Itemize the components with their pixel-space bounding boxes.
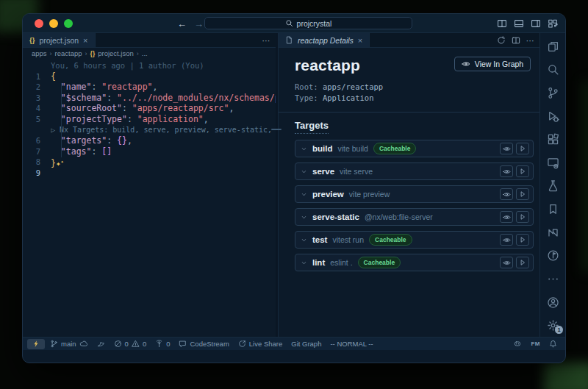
command-center-search[interactable]: projcrystal bbox=[204, 17, 412, 29]
minimize-window-button[interactable] bbox=[49, 19, 58, 28]
activity-remote-explorer[interactable] bbox=[544, 156, 562, 170]
liveshare-status[interactable]: Live Share bbox=[234, 339, 286, 349]
zoom-window-button[interactable] bbox=[64, 19, 73, 28]
activity-bookmarks[interactable] bbox=[544, 202, 562, 216]
breadcrumb-item[interactable]: ... bbox=[142, 49, 148, 57]
target-row-lint[interactable]: linteslint .Cacheable bbox=[295, 254, 534, 271]
chevron-down-icon[interactable] bbox=[301, 237, 307, 243]
fm-status[interactable]: FM bbox=[527, 339, 544, 349]
view-target-button[interactable] bbox=[500, 143, 513, 154]
view-target-button[interactable] bbox=[500, 165, 513, 177]
line-number: 9 bbox=[23, 168, 51, 179]
tab-label: reactapp Details bbox=[298, 36, 354, 45]
editor-group-left: {} project.json × ⋯ apps › reactapp › {}… bbox=[23, 33, 276, 337]
target-row-serve-static[interactable]: serve-static@nx/web:file-server bbox=[295, 208, 534, 226]
tab-project-json[interactable]: {} project.json × bbox=[23, 33, 96, 47]
lens-text[interactable]: ▷ Nx Targets: build, serve, preview, ser… bbox=[51, 125, 276, 136]
target-command: eslint . bbox=[330, 258, 352, 267]
remote-indicator[interactable] bbox=[27, 339, 45, 349]
chevron-down-icon[interactable] bbox=[301, 260, 307, 266]
codestream-status[interactable]: CodeStream bbox=[175, 339, 232, 349]
target-row-build[interactable]: buildvite buildCacheable bbox=[295, 140, 534, 157]
activity-account[interactable] bbox=[544, 296, 562, 310]
notifications-status[interactable] bbox=[545, 339, 561, 349]
activity-source-control[interactable] bbox=[544, 86, 562, 100]
line-number bbox=[23, 125, 51, 136]
target-command: @nx/web:file-server bbox=[365, 213, 433, 221]
code-text: "tags": [] bbox=[51, 146, 276, 157]
editor-sash[interactable] bbox=[276, 33, 278, 337]
code-text: "targets": {}, bbox=[51, 135, 276, 146]
close-tab-icon[interactable]: × bbox=[83, 36, 87, 45]
view-target-button[interactable] bbox=[500, 257, 513, 268]
activity-extensions[interactable] bbox=[544, 132, 562, 146]
activity-more[interactable] bbox=[544, 272, 562, 286]
play-icon bbox=[519, 213, 526, 221]
play-icon bbox=[519, 145, 526, 152]
more-actions-icon[interactable]: ⋯ bbox=[526, 36, 534, 45]
line-number bbox=[23, 60, 51, 71]
run-target-button[interactable] bbox=[516, 234, 529, 246]
view-target-button[interactable] bbox=[500, 234, 513, 246]
toggle-panel-icon[interactable] bbox=[514, 18, 524, 29]
git-graph-status[interactable]: Git Graph bbox=[287, 339, 325, 349]
run-target-button[interactable] bbox=[516, 211, 529, 223]
run-target-button[interactable] bbox=[516, 143, 529, 154]
target-row-preview[interactable]: previewvite preview bbox=[295, 185, 534, 203]
run-target-button[interactable] bbox=[516, 257, 529, 268]
target-command: vite build bbox=[337, 144, 368, 153]
target-command: vite serve bbox=[340, 167, 373, 176]
breadcrumb-item[interactable]: reactapp bbox=[55, 49, 82, 57]
view-target-button[interactable] bbox=[500, 188, 513, 200]
target-name: preview bbox=[312, 190, 344, 199]
eye-icon bbox=[462, 60, 470, 68]
chevron-down-icon[interactable] bbox=[301, 168, 307, 175]
fm-label: FM bbox=[531, 340, 540, 347]
back-icon[interactable]: ← bbox=[177, 18, 187, 29]
breadcrumb-item[interactable]: project.json bbox=[98, 49, 134, 57]
chevron-down-icon[interactable] bbox=[301, 214, 307, 221]
split-editor-icon[interactable] bbox=[512, 36, 520, 45]
split-editor-icon[interactable] bbox=[497, 18, 507, 29]
toggle-secondary-sidebar-icon[interactable] bbox=[531, 18, 541, 29]
git-branch-status[interactable]: main bbox=[46, 339, 92, 349]
line-number: 1 bbox=[23, 71, 51, 82]
activity-files[interactable] bbox=[544, 40, 562, 54]
search-icon bbox=[285, 19, 293, 27]
close-window-button[interactable] bbox=[35, 19, 43, 28]
target-row-serve[interactable]: servevite serve bbox=[295, 163, 534, 180]
supermaven-status[interactable] bbox=[93, 339, 109, 349]
run-target-button[interactable] bbox=[516, 165, 529, 177]
tab-reactapp-details[interactable]: reactapp Details × bbox=[279, 33, 370, 47]
refresh-icon[interactable] bbox=[497, 36, 506, 45]
code-editor[interactable]: You, 6 hours ago | 1 author (You)1{2 "na… bbox=[23, 59, 276, 337]
activity-testing[interactable] bbox=[544, 179, 562, 193]
activity-search[interactable] bbox=[544, 63, 562, 77]
scrollbar-thumb[interactable] bbox=[271, 129, 282, 130]
activity-settings[interactable]: 1 bbox=[544, 318, 562, 332]
vim-mode-status[interactable]: -- NORMAL -- bbox=[326, 339, 376, 349]
editor-group-right: reactapp Details × ⋯ reactapp View In Gr… bbox=[278, 33, 539, 337]
forward-icon[interactable]: → bbox=[194, 18, 204, 29]
customize-layout-icon[interactable] bbox=[548, 18, 558, 29]
target-row-test[interactable]: testvitest runCacheable bbox=[295, 231, 534, 249]
view-in-graph-button[interactable]: View In Graph bbox=[454, 57, 531, 71]
close-tab-icon[interactable]: × bbox=[358, 36, 362, 45]
breadcrumb-separator: › bbox=[85, 50, 87, 57]
target-name: lint bbox=[312, 258, 325, 267]
more-actions-icon[interactable]: ⋯ bbox=[262, 36, 270, 45]
eye-icon bbox=[503, 259, 511, 267]
activity-nx-console[interactable] bbox=[544, 226, 562, 240]
copilot-status[interactable] bbox=[509, 339, 526, 349]
activity-console-ninja[interactable] bbox=[544, 249, 562, 263]
problems-status[interactable]: 0 0 bbox=[110, 339, 151, 349]
target-actions bbox=[500, 234, 529, 246]
wallpaper-blob bbox=[544, 363, 588, 389]
breadcrumb-item[interactable]: apps bbox=[32, 49, 47, 57]
activity-run-debug[interactable] bbox=[544, 110, 562, 124]
chevron-down-icon[interactable] bbox=[301, 191, 307, 198]
run-target-button[interactable] bbox=[516, 188, 529, 200]
chevron-down-icon[interactable] bbox=[301, 146, 307, 152]
view-target-button[interactable] bbox=[500, 211, 513, 223]
ports-status[interactable]: 0 bbox=[151, 339, 173, 349]
